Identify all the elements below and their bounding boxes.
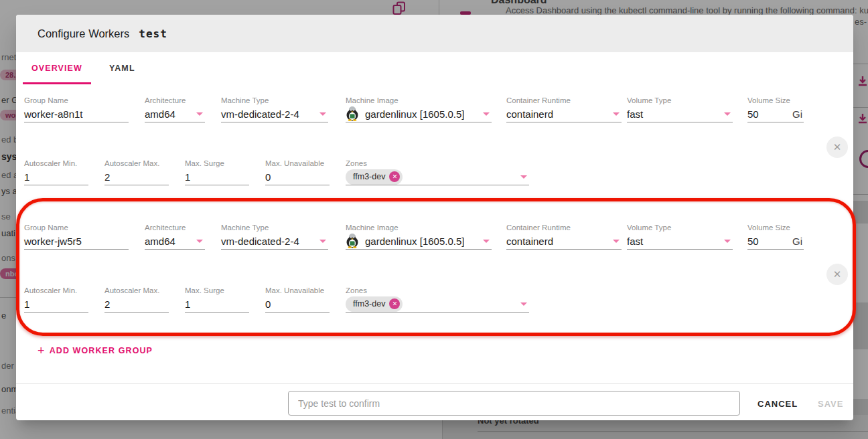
annotation-highlight-ring [16, 198, 856, 336]
chevron-down-icon [483, 112, 490, 116]
container-runtime-field: Container Runtime containerd [506, 95, 622, 122]
max-surge-field: Max. Surge 1 [185, 158, 249, 185]
dialog-title: Configure Workers [38, 27, 129, 40]
field-label: Max. Surge [185, 158, 249, 169]
cluster-name: test [139, 27, 167, 40]
dialog-tabs: OVERVIEW YAML [23, 52, 153, 84]
volume-size-input[interactable]: 50 Gi [747, 106, 804, 122]
autoscaler-max-input[interactable]: 2 [104, 169, 169, 185]
machine-type-field: Machine Type vm-dedicated-2-4 [221, 95, 328, 122]
screen: Dashboard Access Dashboard using the kub… [0, 0, 868, 439]
group-name-field: Group Name worker-a8n1t [24, 95, 129, 122]
field-label: Autoscaler Max. [104, 158, 169, 169]
chevron-down-icon [520, 175, 527, 179]
chevron-down-icon [724, 112, 731, 116]
field-label: Machine Type [221, 95, 328, 106]
autoscaler-max-field: Autoscaler Max. 2 [104, 158, 169, 185]
gardenlinux-penguin-icon [346, 106, 359, 121]
container-runtime-select[interactable]: containerd [506, 106, 622, 122]
zones-field: Zones ffm3-dev ✕ [346, 158, 529, 185]
chevron-down-icon [319, 112, 326, 116]
field-label: Container Runtime [506, 95, 622, 106]
add-worker-group-button[interactable]: + ADD WORKER GROUP [38, 345, 153, 356]
field-label: Architecture [145, 95, 205, 106]
field-label: Autoscaler Min. [24, 158, 88, 169]
field-label: Zones [346, 158, 529, 169]
zones-select[interactable]: ffm3-dev ✕ [346, 169, 529, 185]
field-label: Max. Unavailable [265, 158, 330, 169]
field-label: Group Name [24, 95, 129, 106]
dialog-header: Configure Workers test [16, 15, 853, 52]
architecture-field: Architecture amd64 [145, 95, 205, 122]
save-button[interactable]: SAVE [815, 395, 846, 412]
volume-type-select[interactable]: fast [627, 106, 733, 122]
volume-size-unit: Gi [792, 108, 804, 120]
max-unavailable-input[interactable]: 0 [265, 169, 330, 185]
cancel-button[interactable]: CANCEL [755, 395, 800, 412]
field-label: Volume Size [747, 95, 804, 106]
max-unavailable-field: Max. Unavailable 0 [265, 158, 330, 185]
field-label: Volume Type [627, 95, 733, 106]
volume-size-field: Volume Size 50 Gi [747, 95, 804, 122]
architecture-select[interactable]: amd64 [145, 106, 205, 122]
remove-zone-icon[interactable]: ✕ [389, 171, 400, 182]
tab-overview[interactable]: OVERVIEW [23, 52, 91, 84]
divider [16, 383, 853, 384]
zone-chip: ffm3-dev ✕ [346, 169, 403, 185]
plus-icon: + [38, 345, 46, 356]
chevron-down-icon [196, 112, 203, 116]
remove-worker-group-button[interactable]: ✕ [826, 137, 848, 158]
machine-type-select[interactable]: vm-dedicated-2-4 [221, 106, 328, 122]
chevron-down-icon [613, 112, 620, 116]
autoscaler-min-field: Autoscaler Min. 1 [24, 158, 88, 185]
autoscaler-min-input[interactable]: 1 [24, 169, 88, 185]
group-name-input[interactable]: worker-a8n1t [24, 106, 129, 122]
tab-yaml[interactable]: YAML [100, 52, 144, 84]
volume-type-field: Volume Type fast [627, 95, 733, 122]
machine-image-select[interactable]: gardenlinux [1605.0.5] [346, 106, 492, 122]
machine-image-field: Machine Image [346, 95, 492, 122]
confirm-name-input[interactable] [288, 391, 740, 416]
field-label: Machine Image [346, 95, 492, 106]
max-surge-input[interactable]: 1 [185, 169, 249, 185]
